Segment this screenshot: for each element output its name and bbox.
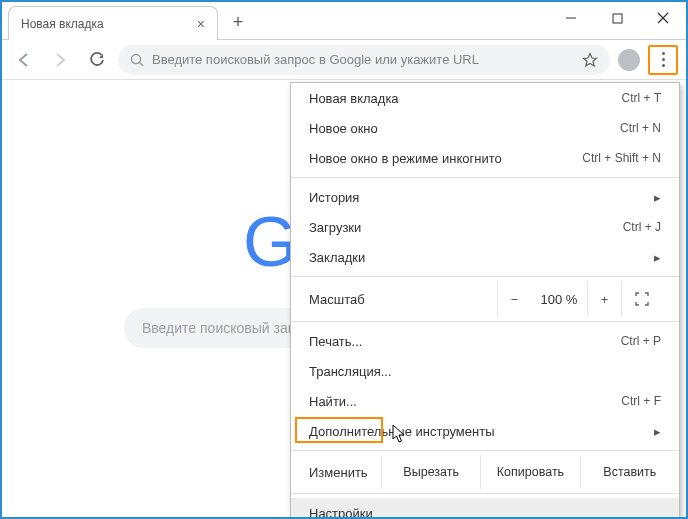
menu-edit-row: Изменить Вырезать Копировать Вставить: [291, 455, 679, 489]
svg-rect-1: [613, 14, 622, 23]
main-menu-button[interactable]: [648, 45, 678, 75]
svg-line-5: [140, 62, 144, 66]
toolbar: Введите поисковый запрос в Google или ук…: [2, 40, 686, 80]
menu-separator: [291, 493, 679, 494]
svg-point-4: [132, 54, 141, 63]
main-menu: Новая вкладка Ctrl + T Новое окно Ctrl +…: [290, 82, 680, 519]
fullscreen-button[interactable]: [621, 281, 661, 317]
menu-more-tools[interactable]: Дополнительные инструменты ▸: [291, 416, 679, 446]
close-tab-icon[interactable]: ×: [197, 16, 205, 32]
window-controls: [548, 2, 686, 34]
menu-cast[interactable]: Трансляция...: [291, 356, 679, 386]
menu-separator: [291, 450, 679, 451]
menu-separator: [291, 177, 679, 178]
menu-new-tab[interactable]: Новая вкладка Ctrl + T: [291, 83, 679, 113]
menu-find[interactable]: Найти... Ctrl + F: [291, 386, 679, 416]
submenu-arrow-icon: ▸: [654, 424, 661, 439]
tab-title: Новая вкладка: [21, 17, 104, 31]
titlebar: Новая вкладка × +: [2, 2, 686, 40]
menu-paste[interactable]: Вставить: [580, 455, 679, 489]
menu-new-window[interactable]: Новое окно Ctrl + N: [291, 113, 679, 143]
browser-tab[interactable]: Новая вкладка ×: [8, 6, 218, 40]
new-tab-button[interactable]: +: [224, 8, 252, 36]
submenu-arrow-icon: ▸: [654, 250, 661, 265]
menu-settings[interactable]: Настройки: [291, 498, 679, 519]
menu-copy[interactable]: Копировать: [480, 455, 579, 489]
menu-incognito[interactable]: Новое окно в режиме инкогнито Ctrl + Shi…: [291, 143, 679, 173]
reload-button[interactable]: [82, 46, 110, 74]
zoom-value: 100 %: [531, 292, 587, 307]
close-window-button[interactable]: [640, 2, 686, 34]
maximize-button[interactable]: [594, 2, 640, 34]
forward-button[interactable]: [46, 46, 74, 74]
menu-bookmarks[interactable]: Закладки ▸: [291, 242, 679, 272]
back-button[interactable]: [10, 46, 38, 74]
menu-downloads[interactable]: Загрузки Ctrl + J: [291, 212, 679, 242]
search-icon: [130, 53, 144, 67]
profile-avatar[interactable]: [618, 49, 640, 71]
menu-separator: [291, 321, 679, 322]
menu-zoom: Масштаб − 100 % +: [291, 281, 679, 317]
zoom-out-button[interactable]: −: [497, 281, 531, 317]
cursor-icon: [392, 424, 408, 446]
menu-cut[interactable]: Вырезать: [381, 455, 480, 489]
menu-history[interactable]: История ▸: [291, 182, 679, 212]
kebab-icon: [662, 52, 665, 67]
minimize-button[interactable]: [548, 2, 594, 34]
bookmark-star-icon[interactable]: [582, 52, 598, 68]
menu-edit-label: Изменить: [291, 455, 381, 489]
omnibox-placeholder: Введите поисковый запрос в Google или ук…: [152, 52, 479, 67]
menu-separator: [291, 276, 679, 277]
submenu-arrow-icon: ▸: [654, 190, 661, 205]
omnibox[interactable]: Введите поисковый запрос в Google или ук…: [118, 45, 610, 75]
zoom-in-button[interactable]: +: [587, 281, 621, 317]
menu-print[interactable]: Печать... Ctrl + P: [291, 326, 679, 356]
